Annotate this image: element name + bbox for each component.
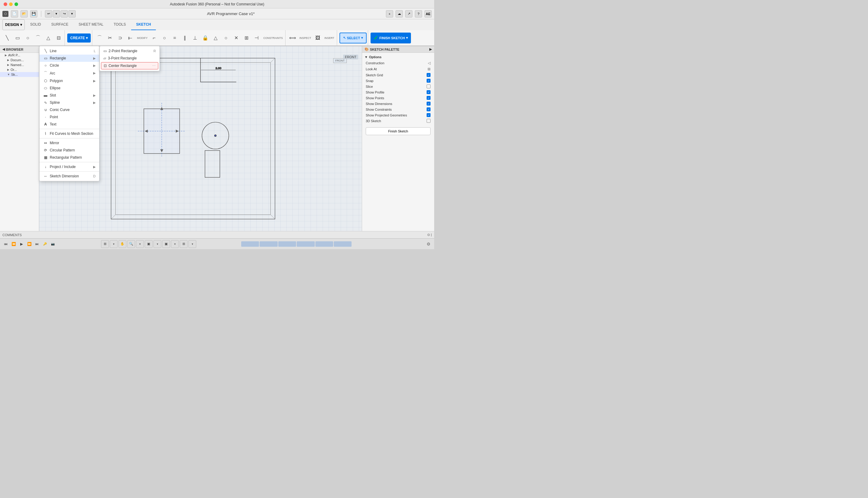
canvas-grid-btn[interactable]: ⊞	[101, 240, 109, 248]
point-on-tool[interactable]: ✕	[231, 32, 241, 43]
palette-row-show-points[interactable]: Show Points ✓	[362, 95, 434, 101]
canvas-pan-btn[interactable]: ✋	[119, 240, 126, 248]
cloud-button[interactable]: ☁	[396, 10, 403, 17]
palette-expand[interactable]: ▶	[429, 47, 432, 51]
3d-sketch-checkbox[interactable]	[427, 119, 430, 123]
show-points-checkbox[interactable]: ✓	[427, 96, 430, 100]
palette-row-grid[interactable]: Sketch Grid ✓	[362, 72, 434, 78]
timeline-camera[interactable]: 📷	[50, 241, 56, 247]
midpoint-tool[interactable]: △	[211, 32, 221, 43]
show-constraints-checkbox[interactable]: ✓	[427, 107, 430, 111]
palette-row-show-constraints[interactable]: Show Constraints ✓	[362, 106, 434, 112]
timeline-seg-3[interactable]	[278, 241, 296, 247]
canvas-zoom-btn[interactable]: 🔍	[127, 240, 135, 248]
canvas-display-btn[interactable]: ▣	[162, 240, 170, 248]
lock-tool[interactable]: 🔒	[200, 32, 210, 43]
menu-item-circular[interactable]: ⟳ Circular Pattern	[40, 147, 99, 154]
undo-dropdown[interactable]: ▾	[53, 10, 60, 17]
perp-tool[interactable]: ⊥	[190, 32, 200, 43]
timeline-to-end[interactable]: ⏭	[34, 241, 40, 247]
browser-item-documents[interactable]: ▶ Docum...	[0, 57, 39, 63]
palette-row-looat[interactable]: Look At ⊞	[362, 66, 434, 72]
comments-expand[interactable]: ⊙ |	[427, 233, 432, 237]
menu-item-line[interactable]: ╲ Line L	[40, 47, 99, 55]
offset-tool[interactable]: ⊃	[115, 32, 125, 43]
share-button[interactable]: ↗	[405, 10, 412, 17]
menu-item-spline[interactable]: ∿ Spline ▶	[40, 99, 99, 106]
palette-row-show-dims[interactable]: Show Dimensions ✓	[362, 101, 434, 106]
palette-row-slice[interactable]: Slice	[362, 83, 434, 89]
menu-item-rectangle[interactable]: ▭ Rectangle ▶	[40, 55, 99, 62]
grid-checkbox[interactable]: ✓	[427, 73, 430, 77]
design-dropdown[interactable]: DESIGN ▾	[2, 19, 25, 30]
menu-item-ellipse[interactable]: ⬭ Ellipse	[40, 84, 99, 92]
dimension-tool[interactable]: ⌐	[149, 32, 159, 43]
timeline-play[interactable]: ▶	[18, 241, 25, 247]
palette-row-construction[interactable]: Construction ◁	[362, 60, 434, 66]
browser-item-origin[interactable]: ▶ Or...	[0, 67, 39, 72]
canvas-zoom2-btn[interactable]: ▾	[136, 240, 144, 248]
tab-sketch[interactable]: SKETCH	[131, 19, 156, 30]
finish-sketch-panel-button[interactable]: Finish Sketch	[366, 127, 430, 135]
menu-item-mirror[interactable]: ⇔ Mirror	[40, 139, 99, 147]
browser-item-sketch[interactable]: ▼ Sk...	[0, 72, 39, 77]
save-button[interactable]: 💾	[30, 10, 37, 17]
menu-item-project[interactable]: ↓ Project / Include ▶	[40, 163, 99, 170]
redo-button[interactable]: ↪	[61, 10, 68, 17]
insert-tool[interactable]: 🖼	[313, 32, 323, 43]
palette-row-show-profile[interactable]: Show Profile ✓	[362, 89, 434, 95]
minimize-button[interactable]	[9, 2, 13, 6]
snap-checkbox[interactable]: ✓	[427, 79, 430, 83]
timeline-seg-6[interactable]	[334, 241, 351, 247]
browser-item-named[interactable]: ▶ Named...	[0, 63, 39, 67]
collapse-icon[interactable]: ◀	[2, 47, 5, 51]
timeline-next[interactable]: ⏩	[26, 241, 32, 247]
create-dropdown-button[interactable]: CREATE ▾	[67, 34, 91, 42]
redo-dropdown[interactable]: ▾	[68, 10, 76, 17]
timeline-seg-1[interactable]	[241, 241, 259, 247]
tab-tools[interactable]: TOOLS	[109, 19, 131, 30]
triangle-tool[interactable]: △	[43, 32, 53, 43]
timeline-keyframe[interactable]: 🔑	[42, 241, 48, 247]
account-button[interactable]: AE	[425, 10, 432, 17]
menu-item-sketch-dim[interactable]: ↔ Sketch Dimension D	[40, 172, 99, 180]
menu-item-fit-curves[interactable]: ⌇ Fit Curves to Mesh Section	[40, 130, 99, 137]
close-button[interactable]	[4, 2, 7, 6]
add-tab-button[interactable]: +	[386, 10, 393, 17]
rect-tool[interactable]: ▭	[13, 32, 22, 43]
timeline-seg-2[interactable]	[259, 241, 277, 247]
equal-tool[interactable]: =	[170, 32, 179, 43]
submenu-item-2pt-rect[interactable]: ▭ 2-Point Rectangle R	[100, 47, 160, 55]
browser-item-avr[interactable]: ▶ AVR P...	[0, 53, 39, 57]
menu-item-slot[interactable]: ▬ Slot ▶	[40, 92, 99, 99]
fillet-tool[interactable]: ⌒	[95, 32, 104, 43]
canvas-mode2-btn[interactable]: ▾	[188, 240, 196, 248]
menu-item-text[interactable]: A Text	[40, 121, 99, 128]
line-tool[interactable]: ╲	[2, 32, 12, 43]
show-projected-checkbox[interactable]: ✓	[427, 113, 430, 117]
slice-checkbox[interactable]	[427, 84, 430, 88]
menu-item-point[interactable]: · Point	[40, 114, 99, 121]
circle-tool[interactable]: ○	[23, 32, 32, 43]
mirror-tool[interactable]: ⫦	[125, 32, 135, 43]
canvas-mode-btn[interactable]: ⊞	[180, 240, 188, 248]
tab-sheet-metal[interactable]: SHEET METAL	[74, 19, 108, 30]
timeline-settings[interactable]: ⚙	[425, 241, 432, 247]
show-profile-checkbox[interactable]: ✓	[427, 90, 430, 94]
menu-item-polygon[interactable]: ⬡ Polygon ▶	[40, 77, 99, 84]
new-file-button[interactable]: 📄	[11, 10, 18, 17]
dash-line-tool[interactable]: ⊟	[54, 32, 63, 43]
menu-item-arc[interactable]: ⌒ Arc ▶	[40, 69, 99, 77]
timeline-seg-4[interactable]	[297, 241, 315, 247]
open-file-button[interactable]: 📂	[21, 10, 28, 17]
palette-row-3d-sketch[interactable]: 3D Sketch	[362, 118, 434, 124]
submenu-item-center-rect[interactable]: ⊡ Center Rectangle ⋯	[101, 62, 158, 69]
submenu-item-3pt-rect[interactable]: ▱ 3-Point Rectangle	[100, 55, 160, 62]
measure-tool[interactable]: ⟺	[288, 32, 297, 43]
tab-solid[interactable]: SOLID	[25, 19, 46, 30]
canvas-view-btn[interactable]: ▣	[145, 240, 152, 248]
timeline-seg-5[interactable]	[315, 241, 333, 247]
undo-button[interactable]: ↩	[45, 10, 52, 17]
trim-tool[interactable]: ✂	[105, 32, 115, 43]
parallel-tool[interactable]: ∥	[180, 32, 190, 43]
